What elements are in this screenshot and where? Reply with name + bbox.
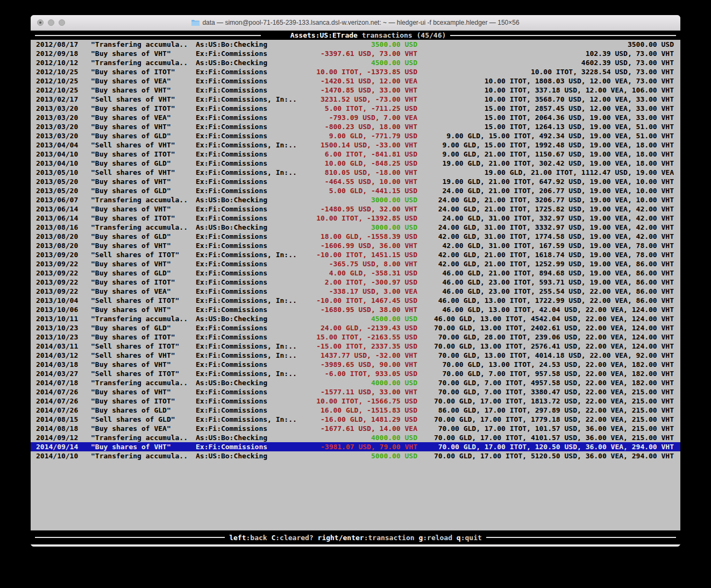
transaction-description: "Buy shares of VEA": [91, 287, 196, 296]
transaction-row[interactable]: 2013/08/20 "Buy shares of VHT" Ex:Fi:Com…: [31, 241, 680, 250]
transaction-balance: 70.00 GLD, 17.00 ITOT, 120.50 USD, 36.00…: [417, 442, 674, 451]
transaction-description: "Buy shares of VHT": [91, 259, 196, 268]
transaction-balance: 24.00 GLD, 31.00 ITOT, 332.97 USD, 19.00…: [417, 214, 674, 223]
transaction-row[interactable]: 2013/02/17 "Sell shares of VHT" Ex:Fi:Co…: [31, 95, 680, 104]
transaction-amount: -800.23 USD, 18.00 VHT: [301, 122, 417, 131]
transaction-row[interactable]: 2013/10/11 "Transfering accumula.. As:US…: [31, 314, 680, 323]
transaction-amount: -1577.11 USD, 33.00 VHT: [301, 387, 417, 396]
transaction-row[interactable]: 2013/06/07 "Transfering accumula.. As:US…: [31, 195, 680, 204]
transaction-account: Ex:Fi:Commissions, In:..: [196, 140, 301, 150]
transaction-row[interactable]: 2013/09/22 "Buy shares of ITOT" Ex:Fi:Co…: [31, 278, 680, 287]
transaction-row[interactable]: 2014/08/18 "Buy shares of VEA" Ex:Fi:Com…: [31, 424, 680, 433]
transaction-row[interactable]: 2013/10/06 "Buy shares of VHT" Ex:Fi:Com…: [31, 305, 680, 314]
terminal-window: data — simon@pool-71-165-239-133.lsanca.…: [31, 15, 680, 547]
transaction-row[interactable]: 2012/10/25 "Buy shares of VHT" Ex:Fi:Com…: [31, 86, 680, 95]
transaction-row[interactable]: 2014/07/18 "Transfering accumula.. As:US…: [31, 378, 680, 387]
transaction-amount: 4000.00 USD: [301, 378, 417, 387]
transaction-row[interactable]: 2012/10/25 "Buy shares of ITOT" Ex:Fi:Co…: [31, 67, 680, 76]
transaction-account: Ex:Fi:Commissions: [196, 305, 301, 314]
transaction-row[interactable]: 2013/04/04 "Sell shares of VHT" Ex:Fi:Co…: [31, 140, 680, 150]
footer-key-desc: :transaction: [364, 534, 419, 542]
transaction-row[interactable]: 2013/04/10 "Buy shares of ITOT" Ex:Fi:Co…: [31, 150, 680, 159]
transaction-row[interactable]: 2013/03/20 "Buy shares of ITOT" Ex:Fi:Co…: [31, 104, 680, 113]
transaction-amount: 810.05 USD, -18.00 VHT: [301, 168, 417, 177]
window-bottom-edge: [31, 544, 680, 547]
window-titlebar[interactable]: data — simon@pool-71-165-239-133.lsanca.…: [31, 15, 680, 31]
transaction-description: "Transfering accumula..: [91, 40, 196, 49]
transaction-row[interactable]: 2012/10/12 "Transfering accumula.. As:US…: [31, 58, 680, 67]
transaction-row[interactable]: 2013/05/10 "Sell shares of VHT" Ex:Fi:Co…: [31, 168, 680, 177]
transaction-row[interactable]: 2013/09/20 "Sell shares of ITOT" Ex:Fi:C…: [31, 250, 680, 259]
transaction-description: "Buy shares of VHT": [91, 241, 196, 250]
transaction-list[interactable]: 2012/08/17 "Transfering accumula.. As:US…: [31, 40, 680, 530]
transaction-date: 2014/03/27: [36, 369, 91, 378]
transaction-row-selected[interactable]: 2014/09/14 "Buy shares of VHT" Ex:Fi:Com…: [31, 442, 680, 451]
transaction-row[interactable]: 2014/10/10 "Transfering accumula.. As:US…: [31, 451, 680, 461]
transaction-row[interactable]: 2013/06/14 "Buy shares of VHT" Ex:Fi:Com…: [31, 204, 680, 214]
transaction-amount: -338.17 USD, 3.00 VEA: [301, 287, 417, 296]
minimize-button[interactable]: [48, 19, 54, 26]
transaction-description: "Buy shares of VHT": [91, 86, 196, 95]
transaction-account: Ex:Fi:Commissions: [196, 177, 301, 186]
transaction-row[interactable]: 2013/08/20 "Buy shares of GLD" Ex:Fi:Com…: [31, 232, 680, 241]
transaction-date: 2013/09/20: [36, 250, 91, 259]
transaction-row[interactable]: 2013/10/23 "Buy shares of ITOT" Ex:Fi:Co…: [31, 332, 680, 342]
transaction-row[interactable]: 2013/09/22 "Buy shares of VEA" Ex:Fi:Com…: [31, 287, 680, 296]
transaction-row[interactable]: 2013/04/10 "Buy shares of GLD" Ex:Fi:Com…: [31, 159, 680, 168]
transaction-row[interactable]: 2013/09/22 "Buy shares of VHT" Ex:Fi:Com…: [31, 259, 680, 268]
transaction-balance: 70.00 GLD, 7.00 ITOT, 957.58 USD, 22.00 …: [417, 369, 674, 378]
transaction-row[interactable]: 2013/10/23 "Buy shares of GLD" Ex:Fi:Com…: [31, 323, 680, 332]
transaction-row[interactable]: 2012/08/17 "Transfering accumula.. As:US…: [31, 40, 680, 49]
transaction-date: 2013/09/22: [36, 287, 91, 296]
transaction-row[interactable]: 2013/03/20 "Buy shares of VEA" Ex:Fi:Com…: [31, 113, 680, 122]
transaction-account: Ex:Fi:Commissions: [196, 122, 301, 131]
transaction-row[interactable]: 2014/09/12 "Transfering accumula.. As:US…: [31, 433, 680, 442]
zoom-button[interactable]: [59, 19, 65, 26]
transaction-row[interactable]: 2013/05/20 "Buy shares of GLD" Ex:Fi:Com…: [31, 186, 680, 195]
transaction-row[interactable]: 2012/09/18 "Buy shares of VHT" Ex:Fi:Com…: [31, 49, 680, 58]
transaction-amount: -16.00 GLD, 1481.29 USD: [301, 415, 417, 424]
transaction-row[interactable]: 2012/10/25 "Buy shares of VEA" Ex:Fi:Com…: [31, 76, 680, 86]
transaction-description: "Buy shares of VEA": [91, 424, 196, 433]
transaction-row[interactable]: 2014/07/26 "Buy shares of VHT" Ex:Fi:Com…: [31, 387, 680, 396]
transaction-row[interactable]: 2014/03/18 "Buy shares of VHT" Ex:Fi:Com…: [31, 360, 680, 369]
transaction-account: Ex:Fi:Commissions, In:..: [196, 342, 301, 351]
transaction-balance: 42.00 GLD, 31.00 ITOT, 167.59 USD, 19.00…: [417, 241, 674, 250]
transaction-description: "Buy shares of ITOT": [91, 396, 196, 406]
transaction-date: 2013/09/22: [36, 268, 91, 278]
transaction-row[interactable]: 2014/07/26 "Buy shares of GLD" Ex:Fi:Com…: [31, 406, 680, 415]
transaction-balance: 86.00 GLD, 17.00 ITOT, 297.89 USD, 22.00…: [417, 406, 674, 415]
transaction-date: 2013/03/20: [36, 104, 91, 113]
transaction-row[interactable]: 2013/03/20 "Buy shares of VHT" Ex:Fi:Com…: [31, 122, 680, 131]
transaction-row[interactable]: 2013/06/14 "Buy shares of ITOT" Ex:Fi:Co…: [31, 214, 680, 223]
transaction-row[interactable]: 2014/03/12 "Sell shares of VHT" Ex:Fi:Co…: [31, 351, 680, 360]
transaction-description: "Buy shares of ITOT": [91, 332, 196, 342]
transaction-row[interactable]: 2014/03/11 "Sell shares of ITOT" Ex:Fi:C…: [31, 342, 680, 351]
transaction-row[interactable]: 2013/08/16 "Transfering accumula.. As:US…: [31, 223, 680, 232]
transaction-row[interactable]: 2014/03/27 "Sell shares of ITOT" Ex:Fi:C…: [31, 369, 680, 378]
transaction-balance: 9.00 GLD, 21.00 ITOT, 1150.67 USD, 19.00…: [417, 150, 674, 159]
transaction-amount: -1680.95 USD, 38.00 VHT: [301, 305, 417, 314]
transaction-row[interactable]: 2014/07/26 "Buy shares of ITOT" Ex:Fi:Co…: [31, 396, 680, 406]
transaction-account: Ex:Fi:Commissions: [196, 360, 301, 369]
transaction-date: 2013/08/20: [36, 232, 91, 241]
transaction-date: 2013/02/17: [36, 95, 91, 104]
transaction-amount: 1437.77 USD, -32.00 VHT: [301, 351, 417, 360]
transaction-description: "Buy shares of VHT": [91, 387, 196, 396]
transaction-row[interactable]: 2013/10/04 "Sell shares of ITOT" Ex:Fi:C…: [31, 296, 680, 305]
transaction-amount: 4.00 GLD, -358.31 USD: [301, 268, 417, 278]
transaction-date: 2013/08/20: [36, 241, 91, 250]
transaction-row[interactable]: 2013/03/20 "Buy shares of GLD" Ex:Fi:Com…: [31, 131, 680, 140]
transaction-row[interactable]: 2014/08/15 "Sell shares of GLD" Ex:Fi:Co…: [31, 415, 680, 424]
transaction-row[interactable]: 2013/05/20 "Buy shares of VHT" Ex:Fi:Com…: [31, 177, 680, 186]
traffic-lights: [37, 15, 65, 30]
transaction-date: 2013/05/10: [36, 168, 91, 177]
transaction-row[interactable]: 2013/09/22 "Buy shares of GLD" Ex:Fi:Com…: [31, 268, 680, 278]
transaction-amount: 3231.52 USD, -73.00 VHT: [301, 95, 417, 104]
transaction-amount: -10.00 ITOT, 1451.15 USD: [301, 250, 417, 259]
transaction-account: Ex:Fi:Commissions: [196, 76, 301, 86]
transaction-description: "Sell shares of VHT": [91, 168, 196, 177]
close-button[interactable]: [37, 19, 44, 26]
transaction-description: "Buy shares of ITOT": [91, 214, 196, 223]
transaction-balance: 24.00 GLD, 21.00 ITOT, 206.77 USD, 19.00…: [417, 186, 674, 195]
